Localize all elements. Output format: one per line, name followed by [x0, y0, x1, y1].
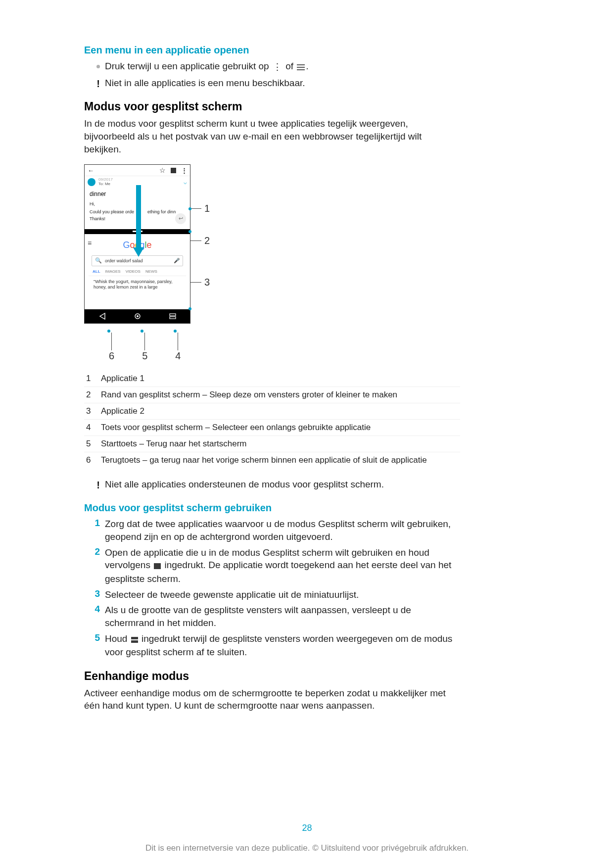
reply-icon: ↩	[175, 213, 186, 224]
email-body: dinner Hi, Could you please orde ething …	[85, 187, 190, 229]
search-snippet: "Whisk the yogurt, mayonnaise, parsley, …	[89, 276, 186, 294]
google-logo: Google	[89, 240, 186, 250]
search-tabs: ALL IMAGES VIDEOS NEWS	[89, 268, 186, 276]
exclaim-icon: !	[96, 480, 100, 490]
split-recent-icon	[131, 633, 138, 646]
def-row: 1Applicatie 1	[84, 371, 460, 386]
email-line-a: Could you please orde	[90, 209, 134, 214]
heading-one-handed: Eenhandige modus	[84, 670, 460, 683]
bullet-open-menu: Druk terwijl u een applicatie gebruikt o…	[84, 60, 460, 74]
text-a: Druk terwijl u een applicatie gebruikt o…	[105, 61, 272, 71]
bottom-callouts: 6 5 4	[84, 333, 460, 362]
mic-icon: 🎤	[174, 258, 180, 263]
step-2: Open de applicatie die u in de modus Ges…	[105, 546, 460, 585]
callout-2: 2	[204, 235, 210, 246]
open-menu-line: Druk terwijl u een applicatie gebruikt o…	[105, 60, 460, 74]
svg-rect-8	[131, 637, 138, 639]
svg-rect-9	[131, 640, 138, 643]
email-hi: Hi,	[90, 201, 185, 206]
home-button-icon	[134, 313, 141, 320]
email-subject: dinner	[90, 191, 185, 197]
email-to: To: Me	[98, 182, 113, 187]
step-5: Houd ingedrukt terwijl de gesplitste ven…	[105, 632, 460, 659]
heading-open-menu: Een menu in een applicatie openen	[84, 45, 460, 56]
text-c: .	[306, 61, 308, 71]
star-icon: ☆	[159, 166, 166, 174]
svg-marker-2	[100, 313, 105, 319]
back-button-icon	[99, 313, 106, 320]
browser-pane: ≡ Google 🔍 order waldorf salad 🎤 ALL IMA…	[85, 234, 190, 309]
steps-list: 1Zorg dat de twee applicaties waarvoor u…	[84, 518, 460, 658]
email-thanks: Thanks!	[90, 216, 185, 221]
split-screen-diagram: ← ☆ ⋮ 09/2017 To: Me ⌵ din	[84, 164, 460, 324]
callout-4: 4	[175, 350, 181, 362]
email-line-b: ething for dinn	[147, 209, 176, 214]
exclaim-icon: !	[96, 79, 100, 89]
def-row: 3Applicatie 2	[84, 403, 460, 419]
back-arrow-icon: ←	[88, 167, 94, 174]
chevron-down-icon: ⌵	[184, 179, 187, 186]
search-box: 🔍 order waldorf salad 🎤	[92, 255, 183, 266]
callout-1: 1	[204, 203, 210, 214]
more-vert-icon: ⋮	[273, 61, 282, 74]
svg-rect-5	[170, 314, 176, 316]
right-callouts: 1 2 3	[190, 164, 220, 324]
tab-all: ALL	[93, 269, 100, 274]
recent-icon	[154, 560, 161, 573]
note-split: ! Niet alle applicaties ondersteunen de …	[84, 478, 460, 491]
note-open-menu: ! Niet in alle applicaties is een menu b…	[84, 77, 460, 90]
heading-use-split: Modus voor gesplitst scherm gebruiken	[84, 502, 460, 514]
avatar	[88, 178, 95, 186]
svg-rect-7	[154, 563, 161, 569]
svg-rect-6	[170, 317, 176, 319]
email-header: 09/2017 To: Me ⌵	[85, 176, 190, 187]
one-handed-body: Activeer eenhandige modus om de schermgr…	[84, 687, 460, 712]
footer-text: Dit is een internetversie van deze publi…	[0, 843, 614, 853]
step-3: Selecteer de tweede gewenste applicatie …	[105, 588, 460, 601]
split-divider	[85, 229, 190, 234]
split-intro: In de modus voor gesplitst scherm kunt u…	[84, 117, 460, 155]
note-split-text: Niet alle applicaties ondersteunen de mo…	[105, 478, 460, 491]
note-text: Niet in alle applicaties is een menu bes…	[105, 77, 460, 90]
archive-icon	[171, 168, 176, 173]
recent-button-icon	[169, 313, 176, 319]
phone-mockup: ← ☆ ⋮ 09/2017 To: Me ⌵ din	[84, 164, 190, 324]
hamburger-icon: ≡	[88, 239, 92, 247]
phone-topbar: ← ☆ ⋮	[85, 165, 190, 176]
callout-5: 5	[142, 350, 147, 362]
search-icon: 🔍	[95, 257, 102, 264]
more-vert-icon: ⋮	[181, 167, 187, 174]
tab-images: IMAGES	[105, 269, 121, 274]
def-row: 2Rand van gesplitst scherm – Sleep deze …	[84, 386, 460, 403]
search-query: order waldorf salad	[105, 258, 174, 263]
tab-news: NEWS	[145, 269, 157, 274]
callout-6: 6	[109, 350, 114, 362]
def-row: 6Terugtoets – ga terug naar het vorige s…	[84, 452, 460, 468]
callout-3: 3	[204, 277, 210, 288]
text-b: of	[285, 61, 296, 71]
step-4: Als u de grootte van de gesplitste venst…	[105, 604, 460, 629]
tab-videos: VIDEOS	[126, 269, 141, 274]
hamburger-icon	[297, 61, 305, 74]
def-row: 4Toets voor gesplitst scherm – Selecteer…	[84, 419, 460, 435]
definitions-table: 1Applicatie 1 2Rand van gesplitst scherm…	[84, 371, 460, 468]
svg-point-4	[137, 315, 139, 317]
nav-bar	[85, 309, 190, 323]
bullet-icon	[96, 65, 100, 68]
def-row: 5Starttoets – Terug naar het startscherm	[84, 435, 460, 452]
step-1: Zorg dat de twee applicaties waarvoor u …	[105, 518, 460, 543]
heading-split-mode: Modus voor gesplitst scherm	[84, 100, 460, 113]
page-number: 28	[0, 823, 614, 833]
